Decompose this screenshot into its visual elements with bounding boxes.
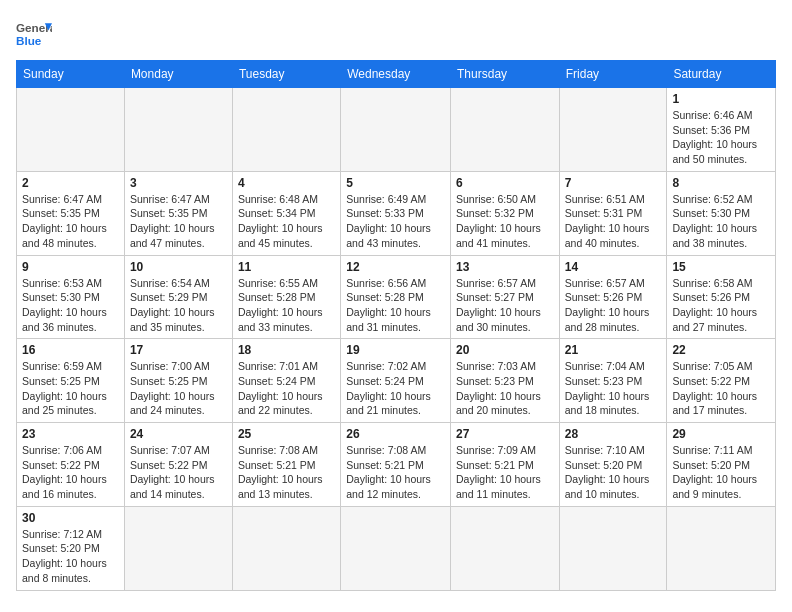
day-number: 11 [238, 260, 335, 274]
calendar-header-wednesday: Wednesday [341, 61, 451, 88]
calendar-cell: 4Sunrise: 6:48 AM Sunset: 5:34 PM Daylig… [232, 171, 340, 255]
calendar-cell [341, 506, 451, 590]
calendar-table: SundayMondayTuesdayWednesdayThursdayFrid… [16, 60, 776, 591]
day-info: Sunrise: 7:09 AM Sunset: 5:21 PM Dayligh… [456, 443, 554, 502]
calendar-cell: 28Sunrise: 7:10 AM Sunset: 5:20 PM Dayli… [559, 423, 667, 507]
logo-icon: General Blue [16, 16, 52, 52]
calendar-cell [232, 88, 340, 172]
day-number: 13 [456, 260, 554, 274]
calendar-cell: 18Sunrise: 7:01 AM Sunset: 5:24 PM Dayli… [232, 339, 340, 423]
calendar-cell [667, 506, 776, 590]
day-number: 3 [130, 176, 227, 190]
day-number: 20 [456, 343, 554, 357]
calendar-cell [451, 88, 560, 172]
day-number: 6 [456, 176, 554, 190]
day-info: Sunrise: 6:49 AM Sunset: 5:33 PM Dayligh… [346, 192, 445, 251]
day-info: Sunrise: 6:46 AM Sunset: 5:36 PM Dayligh… [672, 108, 770, 167]
calendar-cell: 11Sunrise: 6:55 AM Sunset: 5:28 PM Dayli… [232, 255, 340, 339]
calendar-cell: 1Sunrise: 6:46 AM Sunset: 5:36 PM Daylig… [667, 88, 776, 172]
calendar-cell: 7Sunrise: 6:51 AM Sunset: 5:31 PM Daylig… [559, 171, 667, 255]
calendar-cell: 19Sunrise: 7:02 AM Sunset: 5:24 PM Dayli… [341, 339, 451, 423]
svg-text:Blue: Blue [16, 34, 42, 47]
day-info: Sunrise: 6:55 AM Sunset: 5:28 PM Dayligh… [238, 276, 335, 335]
calendar-cell [341, 88, 451, 172]
day-info: Sunrise: 6:51 AM Sunset: 5:31 PM Dayligh… [565, 192, 662, 251]
calendar-cell [559, 88, 667, 172]
day-info: Sunrise: 7:04 AM Sunset: 5:23 PM Dayligh… [565, 359, 662, 418]
calendar-cell: 15Sunrise: 6:58 AM Sunset: 5:26 PM Dayli… [667, 255, 776, 339]
calendar-cell: 17Sunrise: 7:00 AM Sunset: 5:25 PM Dayli… [124, 339, 232, 423]
calendar-cell: 3Sunrise: 6:47 AM Sunset: 5:35 PM Daylig… [124, 171, 232, 255]
calendar-cell: 20Sunrise: 7:03 AM Sunset: 5:23 PM Dayli… [451, 339, 560, 423]
calendar-cell: 21Sunrise: 7:04 AM Sunset: 5:23 PM Dayli… [559, 339, 667, 423]
day-number: 9 [22, 260, 119, 274]
page-header: General Blue [16, 16, 776, 52]
day-info: Sunrise: 6:59 AM Sunset: 5:25 PM Dayligh… [22, 359, 119, 418]
calendar-cell: 14Sunrise: 6:57 AM Sunset: 5:26 PM Dayli… [559, 255, 667, 339]
day-number: 16 [22, 343, 119, 357]
calendar-cell: 23Sunrise: 7:06 AM Sunset: 5:22 PM Dayli… [17, 423, 125, 507]
logo: General Blue [16, 16, 52, 52]
day-info: Sunrise: 6:54 AM Sunset: 5:29 PM Dayligh… [130, 276, 227, 335]
day-number: 19 [346, 343, 445, 357]
day-number: 21 [565, 343, 662, 357]
day-info: Sunrise: 6:47 AM Sunset: 5:35 PM Dayligh… [22, 192, 119, 251]
calendar-cell: 26Sunrise: 7:08 AM Sunset: 5:21 PM Dayli… [341, 423, 451, 507]
day-number: 10 [130, 260, 227, 274]
day-number: 7 [565, 176, 662, 190]
day-info: Sunrise: 6:47 AM Sunset: 5:35 PM Dayligh… [130, 192, 227, 251]
day-info: Sunrise: 7:00 AM Sunset: 5:25 PM Dayligh… [130, 359, 227, 418]
day-info: Sunrise: 7:01 AM Sunset: 5:24 PM Dayligh… [238, 359, 335, 418]
day-number: 5 [346, 176, 445, 190]
svg-text:General: General [16, 21, 52, 34]
day-number: 17 [130, 343, 227, 357]
day-number: 2 [22, 176, 119, 190]
calendar-cell: 12Sunrise: 6:56 AM Sunset: 5:28 PM Dayli… [341, 255, 451, 339]
calendar-cell: 22Sunrise: 7:05 AM Sunset: 5:22 PM Dayli… [667, 339, 776, 423]
calendar-cell [124, 88, 232, 172]
calendar-cell: 29Sunrise: 7:11 AM Sunset: 5:20 PM Dayli… [667, 423, 776, 507]
day-number: 25 [238, 427, 335, 441]
calendar-cell [451, 506, 560, 590]
calendar-header-tuesday: Tuesday [232, 61, 340, 88]
day-info: Sunrise: 6:56 AM Sunset: 5:28 PM Dayligh… [346, 276, 445, 335]
calendar-cell: 24Sunrise: 7:07 AM Sunset: 5:22 PM Dayli… [124, 423, 232, 507]
day-info: Sunrise: 6:57 AM Sunset: 5:26 PM Dayligh… [565, 276, 662, 335]
day-info: Sunrise: 7:08 AM Sunset: 5:21 PM Dayligh… [238, 443, 335, 502]
calendar-header-saturday: Saturday [667, 61, 776, 88]
day-info: Sunrise: 7:08 AM Sunset: 5:21 PM Dayligh… [346, 443, 445, 502]
day-info: Sunrise: 6:58 AM Sunset: 5:26 PM Dayligh… [672, 276, 770, 335]
day-info: Sunrise: 7:12 AM Sunset: 5:20 PM Dayligh… [22, 527, 119, 586]
calendar-cell: 30Sunrise: 7:12 AM Sunset: 5:20 PM Dayli… [17, 506, 125, 590]
calendar-cell: 9Sunrise: 6:53 AM Sunset: 5:30 PM Daylig… [17, 255, 125, 339]
calendar-cell: 2Sunrise: 6:47 AM Sunset: 5:35 PM Daylig… [17, 171, 125, 255]
calendar-header-friday: Friday [559, 61, 667, 88]
day-number: 1 [672, 92, 770, 106]
day-info: Sunrise: 6:57 AM Sunset: 5:27 PM Dayligh… [456, 276, 554, 335]
day-info: Sunrise: 7:07 AM Sunset: 5:22 PM Dayligh… [130, 443, 227, 502]
calendar-cell: 25Sunrise: 7:08 AM Sunset: 5:21 PM Dayli… [232, 423, 340, 507]
day-number: 12 [346, 260, 445, 274]
day-number: 14 [565, 260, 662, 274]
calendar-header-thursday: Thursday [451, 61, 560, 88]
day-info: Sunrise: 6:50 AM Sunset: 5:32 PM Dayligh… [456, 192, 554, 251]
day-number: 28 [565, 427, 662, 441]
calendar-header-monday: Monday [124, 61, 232, 88]
calendar-cell [124, 506, 232, 590]
day-info: Sunrise: 7:10 AM Sunset: 5:20 PM Dayligh… [565, 443, 662, 502]
day-number: 27 [456, 427, 554, 441]
calendar-cell [232, 506, 340, 590]
day-info: Sunrise: 6:48 AM Sunset: 5:34 PM Dayligh… [238, 192, 335, 251]
day-number: 24 [130, 427, 227, 441]
day-info: Sunrise: 7:11 AM Sunset: 5:20 PM Dayligh… [672, 443, 770, 502]
day-number: 4 [238, 176, 335, 190]
day-info: Sunrise: 7:05 AM Sunset: 5:22 PM Dayligh… [672, 359, 770, 418]
calendar-cell: 5Sunrise: 6:49 AM Sunset: 5:33 PM Daylig… [341, 171, 451, 255]
calendar-cell: 10Sunrise: 6:54 AM Sunset: 5:29 PM Dayli… [124, 255, 232, 339]
calendar-cell: 13Sunrise: 6:57 AM Sunset: 5:27 PM Dayli… [451, 255, 560, 339]
calendar-cell: 6Sunrise: 6:50 AM Sunset: 5:32 PM Daylig… [451, 171, 560, 255]
calendar-cell: 16Sunrise: 6:59 AM Sunset: 5:25 PM Dayli… [17, 339, 125, 423]
day-number: 8 [672, 176, 770, 190]
day-info: Sunrise: 6:53 AM Sunset: 5:30 PM Dayligh… [22, 276, 119, 335]
day-info: Sunrise: 6:52 AM Sunset: 5:30 PM Dayligh… [672, 192, 770, 251]
